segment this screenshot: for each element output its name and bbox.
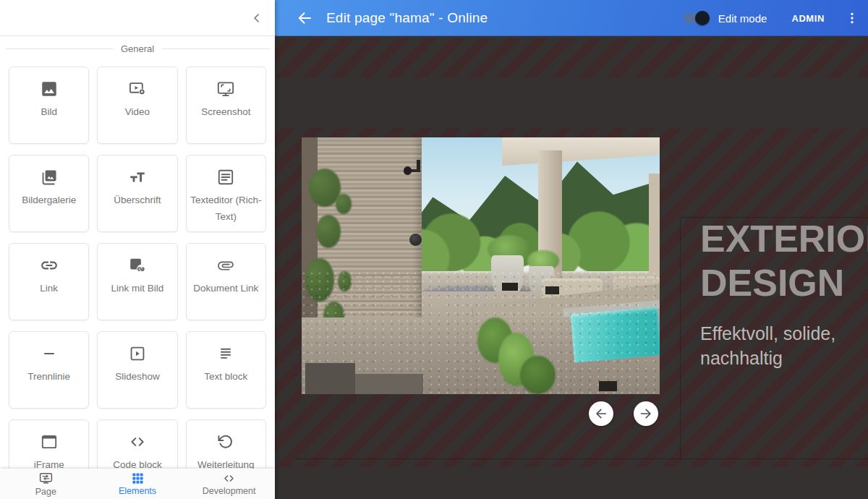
slideshow-next-button[interactable] xyxy=(634,401,658,426)
edit-mode-toggle[interactable] xyxy=(684,11,710,25)
divider-line xyxy=(6,48,113,49)
palette-tile-ueberschrift[interactable]: Überschrift xyxy=(97,155,177,232)
sidebar-tabbar: Page Elements Development xyxy=(0,469,275,499)
arrow-right-icon xyxy=(638,406,654,422)
palette-tile-slideshow[interactable]: Slideshow xyxy=(97,331,177,409)
code-icon xyxy=(128,432,147,451)
photo-layer xyxy=(599,381,617,391)
toggle-thumb xyxy=(695,11,710,25)
palette-tile-screenshot[interactable]: Screenshot xyxy=(186,67,266,144)
palette-tile-video[interactable]: Video xyxy=(97,67,177,144)
admin-menu[interactable]: ADMIN xyxy=(791,13,825,24)
arrow-left-icon xyxy=(593,406,609,422)
image-link-icon xyxy=(128,256,147,275)
video-icon xyxy=(128,80,147,98)
palette-tile-bildergalerie[interactable]: Bildergalerie xyxy=(9,155,89,232)
slideshow-prev-button[interactable] xyxy=(589,401,613,426)
page-icon xyxy=(38,471,54,486)
palette-tile-bild[interactable]: Bild xyxy=(9,67,89,144)
slide-image[interactable] xyxy=(302,137,660,394)
tab-development[interactable]: Development xyxy=(183,469,275,499)
tab-elements[interactable]: Elements xyxy=(92,469,184,499)
back-button[interactable] xyxy=(295,9,314,27)
edit-mode-label: Edit mode xyxy=(718,12,767,25)
link-icon xyxy=(40,256,59,275)
kebab-icon xyxy=(845,11,859,25)
page-title: Edit page "hama" - Online xyxy=(326,10,488,26)
screenshot-icon xyxy=(216,80,235,98)
app-bar: Edit page "hama" - Online Edit mode ADMI… xyxy=(275,0,868,36)
richtext-icon xyxy=(216,168,235,187)
palette-tile-link-mit-bild[interactable]: Link mit Bild xyxy=(97,243,177,320)
heading-icon xyxy=(128,168,147,187)
photo-layer xyxy=(404,166,412,175)
palette-tile-dokument-link[interactable]: Dokument Link xyxy=(186,243,266,320)
slide-heading-line2: DESIGN xyxy=(700,261,868,305)
slide-subtitle-line2: nachhaltig xyxy=(700,346,868,370)
slide-heading-line1: EXTERIOR xyxy=(700,217,868,261)
image-icon xyxy=(40,80,59,98)
gallery-icon xyxy=(40,168,59,187)
chevron-left-icon xyxy=(250,11,264,25)
slide-subtitle-line1: Effektvoll, solide, xyxy=(700,321,868,346)
palette-tile-trennlinie[interactable]: Trennlinie xyxy=(9,331,89,409)
photo-layer xyxy=(305,363,355,394)
photo-layer xyxy=(545,286,560,294)
slideshow-icon xyxy=(128,344,147,363)
divider-icon xyxy=(40,344,59,363)
palette-tile-text-block[interactable]: Text block xyxy=(186,331,266,409)
palette-tile-texteditor[interactable]: Texteditor (Rich-Text) xyxy=(186,155,266,232)
section-divider-general: General xyxy=(6,43,269,54)
divider-line xyxy=(162,48,269,49)
sidebar-header xyxy=(0,0,275,36)
overflow-menu-button[interactable] xyxy=(843,9,861,27)
elements-grid-icon xyxy=(131,472,145,485)
redirect-icon xyxy=(216,432,235,451)
page-preview-canvas: EXTERIOR DESIGN Effektvoll, solide, nach… xyxy=(275,36,868,499)
photo-layer xyxy=(520,356,556,394)
tab-page[interactable]: Page xyxy=(0,469,92,499)
textblock-icon xyxy=(216,344,235,363)
attachment-icon xyxy=(216,256,235,275)
elements-sidebar: General Bild Video xyxy=(0,0,275,499)
editable-block-hatching-top xyxy=(275,38,868,77)
palette-tile-link[interactable]: Link xyxy=(9,243,89,320)
photo-layer xyxy=(355,374,423,394)
photo-layer xyxy=(316,215,341,248)
element-palette: Bild Video Screenshot xyxy=(0,67,275,497)
photo-layer xyxy=(649,174,660,281)
collapse-sidebar-button[interactable] xyxy=(247,9,266,27)
iframe-icon xyxy=(40,432,59,451)
block-divider-dotted xyxy=(297,459,868,459)
arrow-left-icon xyxy=(296,9,313,27)
page-editor-app: Edit page "hama" - Online Edit mode ADMI… xyxy=(0,0,868,499)
section-label: General xyxy=(121,43,154,54)
slide-caption: EXTERIOR DESIGN Effektvoll, solide, nach… xyxy=(700,217,868,370)
photo-layer xyxy=(502,283,518,291)
code-icon xyxy=(222,472,236,485)
